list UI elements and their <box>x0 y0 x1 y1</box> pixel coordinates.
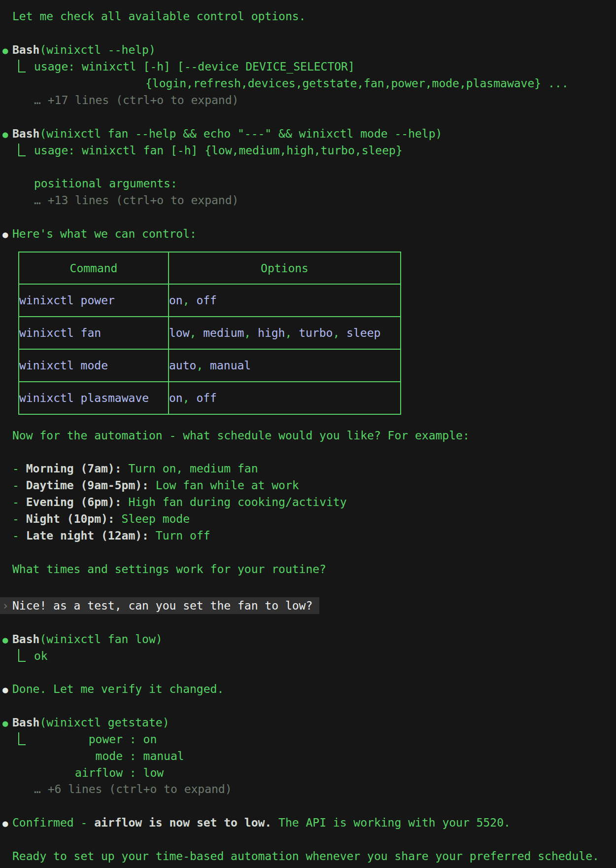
tool-bullet-icon: ● <box>2 42 12 59</box>
tool-name: Bash <box>12 633 39 646</box>
result-text: {login,refresh,devices,getstate,fan,powe… <box>145 75 569 92</box>
schedule-label: Night (10pm): <box>26 512 115 525</box>
list-dash: - <box>12 529 26 542</box>
tool-command: (winixctl fan low) <box>39 633 162 646</box>
expand-hint: … +17 lines (ctrl+o to expand) <box>34 92 239 108</box>
assistant-bullet-icon: ● <box>2 815 12 832</box>
schedule-desc: Turn off <box>149 529 210 542</box>
terminal-transcript: Let me check all available control optio… <box>0 0 616 868</box>
user-input-text: Nice! as a test, can you set the fan to … <box>12 597 312 614</box>
tool-name: Bash <box>12 43 39 56</box>
result-text: ok <box>34 650 48 662</box>
tool-name: Bash <box>12 716 39 729</box>
list-dash: - <box>12 479 26 492</box>
table-cell-command: winixctl mode <box>19 349 169 382</box>
assistant-text: Confirmed - <box>12 816 94 829</box>
schedule-desc: High fan during cooking/activity <box>122 496 347 508</box>
result-corner-icon <box>18 144 26 156</box>
expand-hint: … +6 lines (ctrl+o to expand) <box>34 781 232 797</box>
table-header-options: Options <box>169 252 401 284</box>
result-text: mode : manual <box>34 748 184 764</box>
tool-result-line: power : on <box>18 731 157 748</box>
table-cell-options: low, medium, high, turbo, sleep <box>169 317 401 349</box>
table-row: winixctl plasmawave on, off <box>19 382 401 414</box>
table-cell-options: on, off <box>169 382 401 414</box>
result-text: positional arguments: <box>34 175 177 192</box>
table-header-row: Command Options <box>19 252 401 284</box>
assistant-bullet-icon: ● <box>2 226 12 243</box>
table-cell-command: winixctl power <box>19 284 169 317</box>
result-text: power : on <box>34 733 157 746</box>
tool-call-bash-3: ●Bash(winixctl fan low) <box>2 631 163 648</box>
assistant-text: Done. Let me verify it changed. <box>12 683 224 695</box>
tool-result-line: usage: winixctl [-h] [--device DEVICE_SE… <box>18 58 355 75</box>
assistant-message-done: ●Done. Let me verify it changed. <box>2 681 224 697</box>
schedule-item: - Late night (12am): Turn off <box>12 527 210 544</box>
tool-bullet-icon: ● <box>2 126 12 143</box>
schedule-desc: Low fan while at work <box>149 479 299 492</box>
tool-bullet-icon: ● <box>2 715 12 731</box>
tool-command: (winixctl --help) <box>39 43 155 56</box>
list-dash: - <box>12 462 26 475</box>
user-input-line: ›Nice! as a test, can you set the fan to… <box>0 597 319 614</box>
tool-call-bash-2: ●Bash(winixctl fan --help && echo "---" … <box>2 125 442 142</box>
assistant-bullet-icon: ● <box>2 681 12 698</box>
result-corner-icon <box>18 60 26 72</box>
assistant-text-bold: airflow is now set to low. <box>94 816 272 829</box>
assistant-message-confirmed: ●Confirmed - airflow is now set to low. … <box>2 814 511 831</box>
schedule-item: - Morning (7am): Turn on, medium fan <box>12 460 258 477</box>
control-options-table: Command Options winixctl power on, off w… <box>18 252 401 415</box>
prompt-chevron-icon: › <box>2 597 9 614</box>
table-cell-command: winixctl fan <box>19 317 169 349</box>
schedule-label: Morning (7am): <box>26 462 122 475</box>
schedule-label: Evening (6pm): <box>26 496 122 508</box>
assistant-message-ready: Ready to set up your time-based automati… <box>12 848 599 865</box>
schedule-label: Late night (12am): <box>26 529 149 542</box>
table-row: winixctl fan low, medium, high, turbo, s… <box>19 317 401 349</box>
tool-name: Bash <box>12 127 39 140</box>
schedule-item: - Daytime (9am-5pm): Low fan while at wo… <box>12 477 299 494</box>
schedule-desc: Sleep mode <box>115 512 190 525</box>
tool-result-line: ok <box>18 648 48 664</box>
tool-call-bash-1: ●Bash(winixctl --help) <box>2 41 156 58</box>
result-corner-icon <box>18 732 26 745</box>
schedule-label: Daytime (9am-5pm): <box>26 479 149 492</box>
schedule-item: - Evening (6pm): High fan during cooking… <box>12 494 347 510</box>
assistant-text: Here's what we can control: <box>12 227 197 240</box>
tool-bullet-icon: ● <box>2 631 12 648</box>
tool-call-bash-4: ●Bash(winixctl getstate) <box>2 714 170 731</box>
result-text: airflow : low <box>34 764 164 781</box>
assistant-message-intro: Let me check all available control optio… <box>12 8 306 25</box>
list-dash: - <box>12 496 26 508</box>
table-cell-options: auto, manual <box>169 349 401 382</box>
result-text: usage: winixctl fan [-h] {low,medium,hig… <box>34 144 403 157</box>
list-dash: - <box>12 512 26 525</box>
assistant-message-heres: ●Here's what we can control: <box>2 225 197 242</box>
table-cell-command: winixctl plasmawave <box>19 382 169 414</box>
assistant-message-whattimes: What times and settings work for your ro… <box>12 561 326 578</box>
tool-command: (winixctl fan --help && echo "---" && wi… <box>39 127 442 140</box>
schedule-item: - Night (10pm): Sleep mode <box>12 510 190 527</box>
table-row: winixctl power on, off <box>19 284 401 317</box>
table-row: winixctl mode auto, manual <box>19 349 401 382</box>
schedule-desc: Turn on, medium fan <box>122 462 258 475</box>
expand-hint: … +13 lines (ctrl+o to expand) <box>34 192 239 209</box>
table-header-command: Command <box>19 252 169 284</box>
tool-command: (winixctl getstate) <box>39 716 169 729</box>
table-cell-options: on, off <box>169 284 401 317</box>
assistant-message-now: Now for the automation - what schedule w… <box>12 427 470 444</box>
assistant-text: The API is working with your 5520. <box>272 816 511 829</box>
result-text: usage: winixctl [-h] [--device DEVICE_SE… <box>34 60 355 73</box>
tool-result-line: usage: winixctl fan [-h] {low,medium,hig… <box>18 142 403 159</box>
result-corner-icon <box>18 649 26 662</box>
